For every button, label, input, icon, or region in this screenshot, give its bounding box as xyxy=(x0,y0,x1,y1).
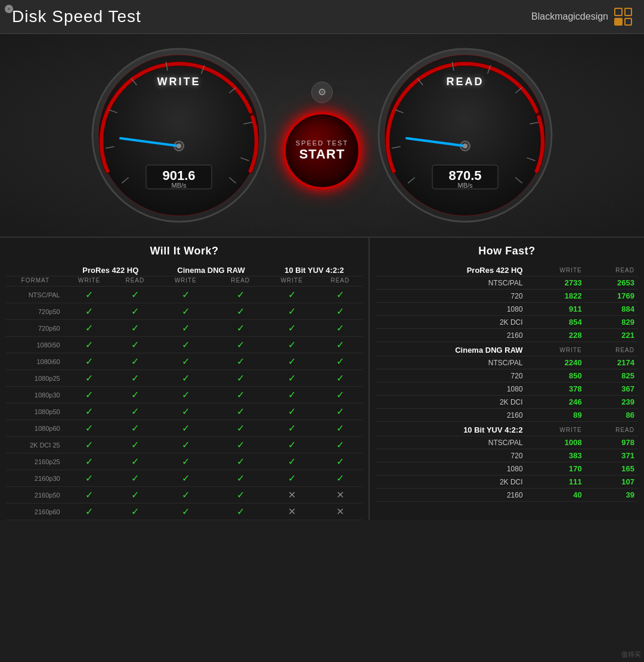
write-label: WRITE xyxy=(157,76,201,88)
check-cell: ✓ xyxy=(65,387,114,403)
write-value: 911 xyxy=(527,303,586,316)
format-header xyxy=(6,262,65,276)
check-cell: ✓ xyxy=(266,437,318,453)
read-gauge: 870.5 MB/s READ xyxy=(370,40,561,231)
write-value: 854 xyxy=(527,316,586,329)
yuv-write-col: WRITE xyxy=(266,276,318,287)
speed-label: 1080 xyxy=(376,462,527,475)
brand-name: Blackmagicdesign xyxy=(531,11,608,22)
table-row: 1080p50✓✓✓✓✓✓ xyxy=(6,403,363,420)
subheader-row: FORMAT WRITE READ WRITE READ WRITE READ xyxy=(6,276,363,287)
watermark: 值得买 xyxy=(621,650,641,659)
write-value: 111 xyxy=(527,475,586,489)
check-cell: ✓ xyxy=(215,437,265,453)
speed-row: NTSC/PAL1008978 xyxy=(376,436,638,449)
check-cell: ✓ xyxy=(215,320,265,337)
read-label: READ xyxy=(446,76,484,88)
write-value: 850 xyxy=(527,369,586,383)
close-button[interactable]: × xyxy=(5,5,13,13)
check-cell: ✓ xyxy=(65,420,114,437)
check-cell: ✓ xyxy=(318,437,363,453)
sq2 xyxy=(624,8,633,16)
format-cell: 720p50 xyxy=(6,303,65,320)
table-row: 1080i50✓✓✓✓✓✓ xyxy=(6,337,363,353)
check-cell: ✓ xyxy=(156,370,215,387)
speed-row: 720383371 xyxy=(376,449,638,462)
section-title: ProRes 422 HQ xyxy=(376,262,527,276)
check-cell: ✓ xyxy=(156,387,215,403)
speed-label: NTSC/PAL xyxy=(376,436,527,449)
speed-label: 1080 xyxy=(376,383,527,396)
speed-label: 2K DCI xyxy=(376,316,527,329)
close-icon: × xyxy=(7,6,10,12)
speed-label: 2K DCI xyxy=(376,475,527,489)
check-cell: ✓ xyxy=(215,453,265,470)
speed-label: 2160 xyxy=(376,329,527,342)
check-cell: ✓ xyxy=(65,303,114,320)
speed-row: 2160228221 xyxy=(376,329,638,342)
table-row: 1080p25✓✓✓✓✓✓ xyxy=(6,370,363,387)
speed-row: 1080911884 xyxy=(376,303,638,316)
compatibility-table: ProRes 422 HQ Cinema DNG RAW 10 Bit YUV … xyxy=(6,262,363,520)
sq3 xyxy=(614,18,623,26)
start-button[interactable]: SPEED TEST START xyxy=(283,112,361,189)
format-cell: 720p60 xyxy=(6,320,65,337)
read-value: 221 xyxy=(586,329,638,342)
read-value: 2653 xyxy=(586,276,638,290)
start-top-label: SPEED TEST xyxy=(296,139,348,147)
check-cell: ✓ xyxy=(156,303,215,320)
write-col-head: WRITE xyxy=(527,342,586,356)
speed-row: 1080378367 xyxy=(376,383,638,396)
table-row: 2160p30✓✓✓✓✓✓ xyxy=(6,470,363,487)
check-cell: ✓ xyxy=(215,403,265,420)
check-cell: ✓ xyxy=(266,287,318,303)
check-cell: ✓ xyxy=(156,320,215,337)
sq1 xyxy=(614,8,623,16)
section-title-row: Cinema DNG RAWWRITEREAD xyxy=(376,342,638,356)
write-value: 2733 xyxy=(527,276,586,290)
settings-button[interactable]: ⚙ xyxy=(311,82,333,103)
speed-label: 2K DCI xyxy=(376,396,527,409)
check-cell: ✓ xyxy=(318,337,363,353)
prores-header: ProRes 422 HQ xyxy=(65,262,156,276)
check-cell: ✓ xyxy=(266,320,318,337)
write-value: 1008 xyxy=(527,436,586,449)
check-cell: ✓ xyxy=(266,403,318,420)
read-value: 39 xyxy=(586,489,638,502)
check-cell: ✓ xyxy=(65,370,114,387)
cdng-write-col: WRITE xyxy=(156,276,215,287)
check-cell: ✓ xyxy=(215,303,265,320)
check-cell: ✓ xyxy=(114,303,156,320)
format-cell: 1080p25 xyxy=(6,370,65,387)
check-cell: ✓ xyxy=(65,403,114,420)
format-cell: 2K DCI 25 xyxy=(6,437,65,453)
check-cell: ✓ xyxy=(114,420,156,437)
format-cell: NTSC/PAL xyxy=(6,287,65,303)
table-row: 720p50✓✓✓✓✓✓ xyxy=(6,303,363,320)
check-cell: ✓ xyxy=(215,370,265,387)
svg-point-33 xyxy=(463,144,467,148)
check-cell: ✓ xyxy=(266,387,318,403)
check-cell: ✓ xyxy=(114,387,156,403)
write-col-head: WRITE xyxy=(527,422,586,436)
write-value: 246 xyxy=(527,396,586,409)
check-cell: ✓ xyxy=(65,453,114,470)
table-row: NTSC/PAL✓✓✓✓✓✓ xyxy=(6,287,363,303)
check-cell: ✓ xyxy=(65,437,114,453)
table-row: 2K DCI 25✓✓✓✓✓✓ xyxy=(6,437,363,453)
check-cell: ✓ xyxy=(215,337,265,353)
center-controls: ⚙ SPEED TEST START xyxy=(274,82,370,189)
read-col-head: READ xyxy=(586,262,638,276)
check-cell: ✓ xyxy=(215,504,265,520)
read-value: 2174 xyxy=(586,356,638,369)
check-cell: ✓ xyxy=(215,470,265,487)
left-panel: Will It Work? ProRes 422 HQ Cinema DNG R… xyxy=(0,238,370,520)
brand-squares xyxy=(614,8,632,26)
check-cell: ✓ xyxy=(156,420,215,437)
section-title-row: ProRes 422 HQWRITEREAD xyxy=(376,262,638,276)
read-col-head: READ xyxy=(586,422,638,436)
app-title: Disk Speed Test xyxy=(12,7,141,26)
table-row: 1080p30✓✓✓✓✓✓ xyxy=(6,387,363,403)
speed-row: 2K DCI854829 xyxy=(376,316,638,329)
svg-text:MB/s: MB/s xyxy=(171,182,187,189)
